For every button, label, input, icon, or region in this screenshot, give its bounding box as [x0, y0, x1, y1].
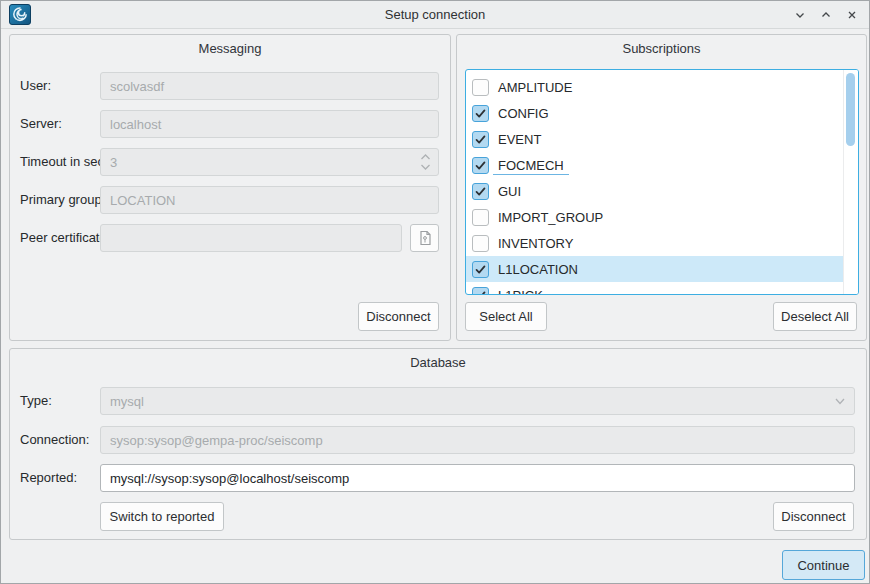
peer-certificate-input: [100, 224, 402, 252]
checkbox-checked-icon[interactable]: [472, 157, 489, 174]
close-icon: [845, 8, 859, 22]
peer-certificate-label: Peer certificate:: [20, 224, 110, 252]
subscriptions-list[interactable]: AMPLITUDECONFIGEVENTFOCMECHGUIIMPORT_GRO…: [465, 69, 859, 295]
database-group: Database Type: Connection: Reported: Swi…: [9, 348, 867, 540]
chevron-up-icon: [819, 8, 833, 22]
scrollbar-thumb[interactable]: [846, 73, 855, 146]
database-disconnect-button[interactable]: Disconnect: [773, 502, 854, 531]
window-title: Setup connection: [1, 7, 869, 22]
minimize-button[interactable]: [792, 7, 807, 22]
switch-to-reported-button[interactable]: Switch to reported: [100, 502, 224, 531]
subscription-row[interactable]: IMPORT_GROUP: [466, 204, 844, 230]
db-type-label: Type:: [20, 387, 52, 415]
subscription-label: L1PICK: [498, 288, 543, 296]
primary-group-input: [100, 186, 439, 214]
titlebar[interactable]: Setup connection: [1, 1, 869, 29]
db-type-select: [100, 387, 855, 415]
checkbox-unchecked-icon[interactable]: [472, 209, 489, 226]
timeout-spinbox: [100, 148, 439, 176]
subscription-row[interactable]: CONFIG: [466, 100, 844, 126]
subscription-label: CONFIG: [498, 106, 549, 121]
checkbox-checked-icon[interactable]: [472, 105, 489, 122]
subscription-row[interactable]: INVENTORY: [466, 230, 844, 256]
subscription-row[interactable]: GUI: [466, 178, 844, 204]
messaging-group-title: Messaging: [10, 41, 450, 56]
subscription-label: L1LOCATION: [498, 262, 578, 277]
subscription-row[interactable]: L1LOCATION: [466, 256, 844, 282]
continue-button[interactable]: Continue: [782, 550, 865, 580]
subscription-row[interactable]: EVENT: [466, 126, 844, 152]
checkbox-checked-icon[interactable]: [472, 261, 489, 278]
user-label: User:: [20, 72, 51, 100]
subscription-row[interactable]: AMPLITUDE: [466, 74, 844, 100]
subscription-label: AMPLITUDE: [498, 80, 572, 95]
setup-connection-dialog: Setup connection Messaging User:: [0, 0, 870, 584]
db-connection-label: Connection:: [20, 426, 89, 454]
database-group-title: Database: [10, 355, 866, 370]
server-label: Server:: [20, 110, 62, 138]
messaging-disconnect-button[interactable]: Disconnect: [358, 302, 439, 331]
subscription-label: EVENT: [498, 132, 541, 147]
subscription-row[interactable]: L1PICK: [466, 282, 844, 295]
subscription-row[interactable]: FOCMECH: [466, 152, 844, 178]
maximize-button[interactable]: [818, 7, 833, 22]
window-controls: [792, 1, 859, 28]
subscription-label: INVENTORY: [498, 236, 573, 251]
subscriptions-group-title: Subscriptions: [457, 41, 866, 56]
checkbox-unchecked-icon[interactable]: [472, 79, 489, 96]
subscriptions-list-rows: AMPLITUDECONFIGEVENTFOCMECHGUIIMPORT_GRO…: [466, 74, 844, 295]
checkbox-checked-icon[interactable]: [472, 183, 489, 200]
subscription-label: FOCMECH: [498, 158, 564, 173]
chevron-down-icon: [793, 8, 807, 22]
checkbox-checked-icon[interactable]: [472, 287, 489, 296]
subscriptions-scrollbar[interactable]: [843, 70, 858, 294]
checkbox-unchecked-icon[interactable]: [472, 235, 489, 252]
close-button[interactable]: [844, 7, 859, 22]
peer-certificate-browse-button[interactable]: [410, 224, 439, 252]
db-reported-label: Reported:: [20, 464, 77, 492]
deselect-all-button[interactable]: Deselect All: [773, 302, 857, 331]
timeout-label: Timeout in sec.:: [20, 148, 111, 176]
document-file-icon: [418, 230, 432, 246]
user-input: [100, 72, 439, 100]
server-input: [100, 110, 439, 138]
checkbox-checked-icon[interactable]: [472, 131, 489, 148]
primary-group-label: Primary group:: [20, 186, 105, 214]
subscription-label: GUI: [498, 184, 521, 199]
subscription-label: IMPORT_GROUP: [498, 210, 603, 225]
seiscomp-logo-icon: [9, 4, 31, 25]
select-all-button[interactable]: Select All: [465, 302, 547, 331]
messaging-group: Messaging User: Server: Timeout in sec.:…: [9, 34, 451, 341]
db-reported-input[interactable]: [100, 464, 855, 492]
subscriptions-group: Subscriptions AMPLITUDECONFIGEVENTFOCMEC…: [456, 34, 867, 341]
db-connection-input: [100, 426, 855, 454]
